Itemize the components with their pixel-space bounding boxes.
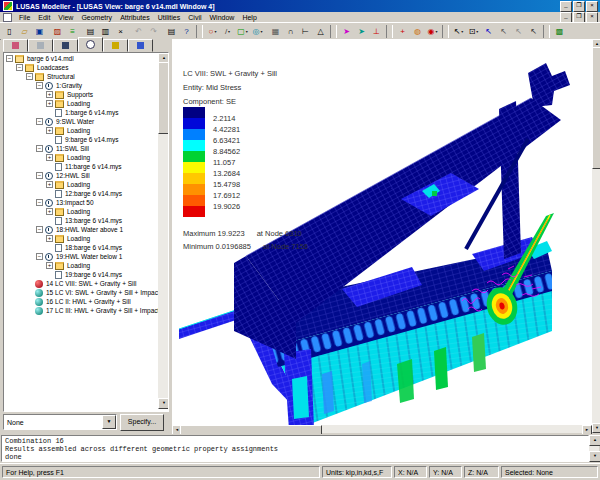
- chevron-down-icon[interactable]: ▾: [260, 25, 262, 38]
- mdi-close-button[interactable]: ×: [586, 12, 598, 23]
- tree-item[interactable]: +Supports: [4, 90, 156, 99]
- menu-item-file[interactable]: File: [15, 14, 34, 21]
- save-button[interactable]: ▣: [32, 24, 47, 39]
- tree-item[interactable]: 9:barge 6 v14.mys: [4, 135, 156, 144]
- tree-item[interactable]: −13:Impact 50: [4, 198, 156, 207]
- tab-utilities[interactable]: [103, 39, 128, 52]
- redo-button[interactable]: ↷: [146, 24, 161, 39]
- expand-toggle-icon[interactable]: +: [46, 181, 53, 188]
- expand-toggle-icon[interactable]: −: [36, 253, 43, 260]
- tree-item[interactable]: −Loadcases: [4, 63, 156, 72]
- tab-groups[interactable]: [28, 39, 53, 52]
- tab-layers[interactable]: [3, 39, 28, 52]
- chevron-down-icon[interactable]: ▾: [214, 25, 216, 38]
- chevron-down-icon[interactable]: ▾: [246, 25, 248, 38]
- expand-toggle-icon[interactable]: −: [36, 118, 43, 125]
- view-vertical-scrollbar[interactable]: ▲ ▼: [592, 39, 600, 433]
- menu-item-view[interactable]: View: [54, 14, 77, 21]
- tree-item[interactable]: +Loading: [4, 126, 156, 135]
- undo-button[interactable]: ↶: [131, 24, 146, 39]
- select-cursor-button[interactable]: ↖▾: [451, 24, 466, 39]
- tree-item[interactable]: +Loading: [4, 180, 156, 189]
- view-horizontal-scrollbar[interactable]: ◄ ►: [172, 425, 592, 433]
- load-button[interactable]: +: [395, 24, 410, 39]
- chevron-down-icon[interactable]: ▾: [461, 25, 463, 38]
- tree-item[interactable]: 14 LC VIII: SWL + Gravity + Sill: [4, 279, 156, 288]
- support-button[interactable]: ⊥: [369, 24, 384, 39]
- chevron-down-icon[interactable]: ▾: [435, 25, 437, 38]
- tree-item[interactable]: 13:barge 6 v14.mys: [4, 216, 156, 225]
- tree-item[interactable]: −12:HWL Sill: [4, 171, 156, 180]
- tree-item[interactable]: 11:barge 6 v14.mys: [4, 162, 156, 171]
- tree-item[interactable]: 15 LC VI: SWL + Gravity + Sill + Impact: [4, 288, 156, 297]
- expand-toggle-icon[interactable]: −: [6, 55, 13, 62]
- help-button[interactable]: ?: [179, 24, 194, 39]
- chevron-down-icon[interactable]: ▼: [102, 415, 116, 429]
- tree-item[interactable]: −19:HWL Water below 1: [4, 252, 156, 261]
- select-surfaces-button[interactable]: ↖: [511, 24, 526, 39]
- close-button[interactable]: ×: [586, 1, 598, 12]
- mdi-restore-button[interactable]: ❐: [573, 12, 585, 23]
- tree-item[interactable]: +Loading: [4, 99, 156, 108]
- arc-button[interactable]: ∩: [283, 24, 298, 39]
- delete-button[interactable]: ×: [113, 24, 128, 39]
- tree-item[interactable]: −barge 6 v14.mdl: [4, 54, 156, 63]
- tree-item[interactable]: 1:barge 6 v14.mys: [4, 108, 156, 117]
- image-button[interactable]: ▩: [552, 24, 567, 39]
- lock-button[interactable]: ◍: [410, 24, 425, 39]
- expand-toggle-icon[interactable]: −: [36, 172, 43, 179]
- select-points-button[interactable]: ↖: [481, 24, 496, 39]
- output-text[interactable]: Combination 16Results assembled across d…: [1, 435, 589, 462]
- mdi-minimize-button[interactable]: _: [560, 12, 572, 23]
- expand-toggle-icon[interactable]: +: [46, 235, 53, 242]
- menu-item-civil[interactable]: Civil: [184, 14, 205, 21]
- tree-item[interactable]: 18:barge 6 v14.mys: [4, 243, 156, 252]
- tree-item[interactable]: −Structural: [4, 72, 156, 81]
- expand-toggle-icon[interactable]: +: [46, 154, 53, 161]
- select-lines-button[interactable]: ↖: [496, 24, 511, 39]
- chevron-down-icon[interactable]: ▾: [476, 25, 478, 38]
- model-viewport[interactable]: LC VIII: SWL + Gravity + Sill Entity: Mi…: [172, 39, 592, 425]
- tree-item[interactable]: −18:HWL Water above 1: [4, 225, 156, 234]
- tree-item[interactable]: 16 LC II: HWL + Gravity + Sill: [4, 297, 156, 306]
- open-button[interactable]: ▱: [17, 24, 32, 39]
- tree-item[interactable]: 19:barge 6 v14.mys: [4, 270, 156, 279]
- scroll-down-icon[interactable]: ▼: [592, 423, 600, 433]
- contour-button[interactable]: ◉▾: [425, 24, 440, 39]
- expand-toggle-icon[interactable]: +: [46, 262, 53, 269]
- specify-button[interactable]: Specify...: [120, 414, 164, 431]
- view-vscroll-thumb[interactable]: [592, 47, 600, 169]
- restore-button[interactable]: ❐: [573, 1, 585, 12]
- tree-item[interactable]: +Loading: [4, 261, 156, 270]
- expand-toggle-icon[interactable]: −: [26, 73, 33, 80]
- surface-tool-button[interactable]: ▢▾: [235, 24, 250, 39]
- tree-scroll-thumb[interactable]: [158, 62, 169, 134]
- scroll-up-icon[interactable]: ▲: [589, 435, 600, 446]
- loadcase-select[interactable]: None ▼: [3, 414, 117, 430]
- menu-item-geometry[interactable]: Geometry: [77, 14, 116, 21]
- expand-toggle-icon[interactable]: +: [46, 127, 53, 134]
- menu-item-help[interactable]: Help: [238, 14, 260, 21]
- tree-item[interactable]: 17 LC III: HWL + Gravity + Sill + Impact: [4, 306, 156, 315]
- volume-tool-button[interactable]: ◎▾: [250, 24, 265, 39]
- attribute-move-button[interactable]: ➤: [354, 24, 369, 39]
- expand-toggle-icon[interactable]: −: [36, 199, 43, 206]
- new-button[interactable]: ▯: [2, 24, 17, 39]
- tree-item[interactable]: 12:barge 6 v14.mys: [4, 189, 156, 198]
- attribute-assign-button[interactable]: ➤: [339, 24, 354, 39]
- expand-toggle-icon[interactable]: −: [36, 82, 43, 89]
- menu-item-edit[interactable]: Edit: [34, 14, 54, 21]
- tab-reports[interactable]: [128, 39, 153, 52]
- expand-toggle-icon[interactable]: +: [46, 208, 53, 215]
- element-button[interactable]: △: [313, 24, 328, 39]
- menu-item-utilities[interactable]: Utilities: [154, 14, 185, 21]
- line-tool-button[interactable]: /▾: [220, 24, 235, 39]
- tree-item[interactable]: −9:SWL Water: [4, 117, 156, 126]
- tree-item[interactable]: −11:SWL Sill: [4, 144, 156, 153]
- tree-item[interactable]: +Loading: [4, 234, 156, 243]
- select-box-button[interactable]: ⊡▾: [466, 24, 481, 39]
- mesh-button[interactable]: ▦: [268, 24, 283, 39]
- axis-button[interactable]: ⊢: [298, 24, 313, 39]
- point-tool-button[interactable]: ○▾: [205, 24, 220, 39]
- chevron-down-icon[interactable]: ▾: [228, 25, 230, 38]
